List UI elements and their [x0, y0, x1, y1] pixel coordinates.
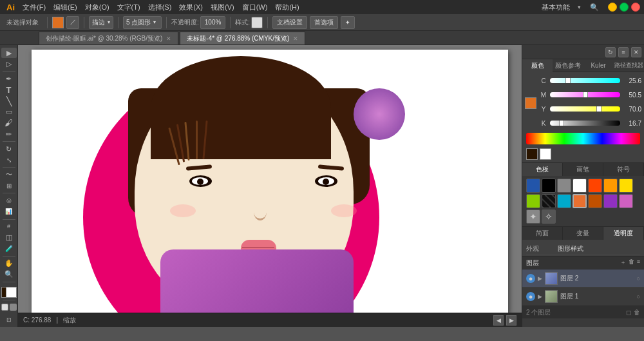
swatch-white[interactable]	[573, 179, 587, 193]
canvas-prev-btn[interactable]: ◀	[493, 315, 504, 326]
swatch-pink[interactable]	[619, 194, 633, 208]
canvas-area[interactable]: C: 276.88 | 缩放 ◀ ▶	[18, 45, 522, 327]
search-icon[interactable]: 🔍	[590, 3, 599, 12]
window-close-btn[interactable]	[631, 3, 640, 12]
symbol-sprayer-tool[interactable]: ◎	[1, 195, 17, 206]
layer-2-visibility[interactable]: ●	[526, 274, 535, 283]
k-slider-track[interactable]	[550, 121, 620, 126]
ap-tab-appearance[interactable]: 简面	[522, 227, 563, 240]
swatch-pattern-dark[interactable]	[542, 194, 556, 208]
menu-effect[interactable]: 效果(X)	[179, 3, 203, 12]
pen-tool[interactable]: ✒	[1, 73, 17, 84]
cl-tab-symbols[interactable]: 符号	[603, 163, 644, 176]
swatch-purple[interactable]	[603, 194, 618, 208]
opacity-value[interactable]: 100%	[200, 16, 226, 29]
layer-1-visibility[interactable]: ●	[526, 292, 535, 301]
direct-select-tool[interactable]: ▷	[1, 59, 17, 69]
window-maximize-btn[interactable]	[620, 3, 629, 12]
point-type-dropdown[interactable]: 5 点圆形	[123, 16, 162, 29]
canvas-next-btn[interactable]: ▶	[506, 315, 516, 326]
swatch-orange[interactable]	[603, 179, 618, 193]
doc-tab-2-close[interactable]: ✕	[293, 35, 298, 42]
pencil-tool[interactable]: ✏	[1, 129, 17, 139]
cs-fg-swatch[interactable]	[526, 148, 538, 160]
fill-color-swatch[interactable]	[52, 17, 64, 28]
fullscreen-btn[interactable]: ⊡	[1, 313, 17, 327]
column-graph-tool[interactable]: 📊	[1, 206, 17, 217]
type-tool[interactable]: T	[1, 84, 17, 95]
color-tab-kuler[interactable]: Kuler	[583, 59, 614, 72]
color-spectrum[interactable]	[526, 133, 640, 144]
paintbrush-tool[interactable]: 🖌	[1, 118, 17, 128]
hand-tool[interactable]: ✋	[1, 258, 17, 269]
rotate-tool[interactable]: ↻	[1, 144, 17, 154]
select-tool[interactable]: ▶	[1, 48, 17, 58]
swatch-orange-dark[interactable]	[573, 194, 587, 208]
swatch-yellow[interactable]	[619, 179, 633, 193]
k-slider-thumb[interactable]	[559, 121, 564, 126]
cl-tab-brushes[interactable]: 画笔	[563, 163, 603, 176]
y-slider-thumb[interactable]	[596, 106, 601, 112]
color-fg-swatch[interactable]	[525, 97, 536, 109]
deselect-btn[interactable]: 首选项	[310, 16, 338, 29]
rp-btn-2[interactable]: ≡	[618, 47, 629, 57]
doc-tab-2[interactable]: 未标题-4* @ 276.88% (CMYK/预览) ✕	[180, 32, 305, 44]
layers-menu-btn[interactable]: ≡	[637, 258, 640, 267]
stroke-btn[interactable]: ／	[66, 16, 79, 29]
layer-row-1[interactable]: ● ▶ 图层 1 ○	[522, 287, 644, 306]
swatch-brown[interactable]	[588, 194, 602, 208]
swatch-black[interactable]	[542, 179, 556, 193]
free-transform-tool[interactable]: ⊞	[1, 180, 17, 191]
window-minimize-btn[interactable]	[608, 3, 617, 12]
menu-window[interactable]: 窗口(W)	[242, 3, 268, 12]
m-slider-track[interactable]	[550, 92, 620, 97]
swatch-blue[interactable]	[526, 179, 540, 193]
menu-view[interactable]: 视图(V)	[211, 3, 234, 12]
scale-tool[interactable]: ⤡	[1, 155, 17, 165]
normal-mode-btn[interactable]	[1, 304, 8, 311]
doc-tab-1[interactable]: 创作描绘-眼眶.ai* @ 30.28% (RGB/预览) ✕	[39, 32, 178, 44]
layer-row-2[interactable]: ● ▶ 图层 2 ○	[522, 269, 644, 287]
mask-mode-btn[interactable]	[10, 304, 17, 311]
swatch-teal[interactable]	[557, 194, 571, 208]
menu-object[interactable]: 对象(O)	[85, 3, 109, 12]
layer-1-lock[interactable]: ○	[637, 293, 640, 300]
color-tab-color[interactable]: 颜色	[522, 59, 553, 72]
menu-file[interactable]: 文件(F)	[23, 3, 46, 12]
background-color[interactable]	[6, 287, 17, 298]
menu-edit[interactable]: 编辑(E)	[53, 3, 77, 12]
rp-btn-1[interactable]: ↻	[605, 47, 616, 57]
mesh-tool[interactable]: #	[1, 221, 17, 231]
layers-footer-btn-2[interactable]: 🗑	[634, 309, 640, 316]
brush-type-dropdown[interactable]: 描边	[89, 16, 113, 29]
cs-bg-swatch[interactable]	[540, 148, 551, 160]
menu-help[interactable]: 帮助(H)	[275, 3, 299, 12]
swatch-star-1[interactable]: ✦	[526, 209, 540, 224]
line-tool[interactable]: ╲	[1, 95, 17, 106]
layers-delete-btn[interactable]: 🗑	[629, 258, 634, 267]
rp-btn-3[interactable]: ✕	[631, 47, 641, 57]
menu-type[interactable]: 文字(T)	[117, 3, 140, 12]
canvas[interactable]	[32, 50, 508, 314]
swatch-star-2[interactable]: ✧	[542, 209, 556, 224]
eyedropper-tool[interactable]: 🧪	[1, 244, 17, 254]
c-slider-track[interactable]	[550, 78, 620, 83]
layers-footer-btn-1[interactable]: ◻	[626, 309, 631, 316]
warp-tool[interactable]: 〜	[1, 170, 17, 180]
zoom-tool[interactable]: 🔍	[1, 269, 17, 280]
c-slider-thumb[interactable]	[565, 78, 571, 83]
style-swatch[interactable]	[251, 17, 263, 28]
workspace-dropdown-icon[interactable]: ▾	[578, 4, 581, 10]
color-tab-pathfinder[interactable]: 路径查找器	[614, 59, 644, 72]
doc-tab-1-close[interactable]: ✕	[166, 35, 171, 42]
y-slider-track[interactable]	[550, 106, 620, 112]
layers-new-btn[interactable]: ＋	[620, 258, 626, 267]
cl-tab-swatches[interactable]: 色板	[522, 163, 563, 176]
layer-2-lock[interactable]: ○	[637, 275, 640, 282]
doc-setup-btn[interactable]: 文档设置	[272, 16, 307, 29]
extra-btn[interactable]: ✦	[341, 16, 355, 29]
ap-tab-transparency[interactable]: 透明度	[603, 227, 644, 240]
ap-tab-variable[interactable]: 变量	[563, 227, 603, 240]
m-slider-thumb[interactable]	[583, 92, 588, 97]
swatch-lime[interactable]	[526, 194, 540, 208]
